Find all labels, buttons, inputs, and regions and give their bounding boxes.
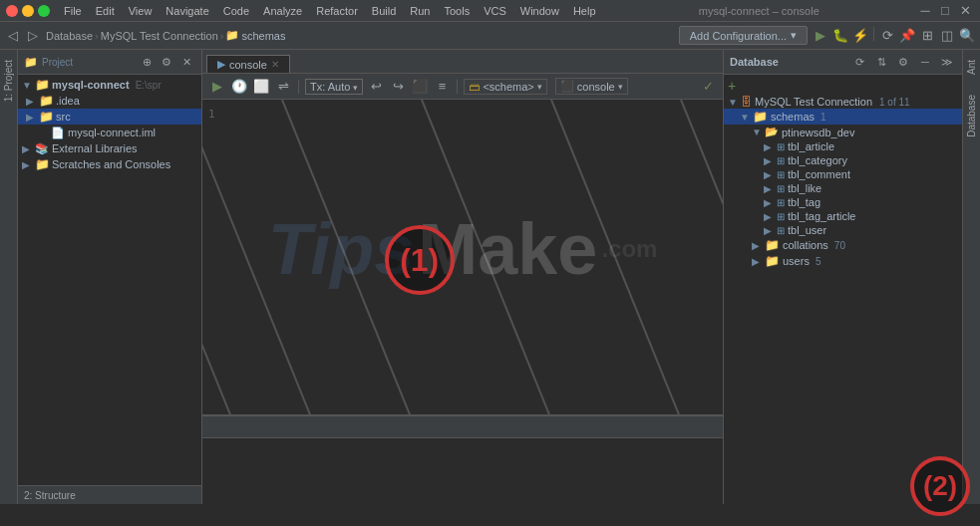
collations-folder-icon: 📁 (765, 238, 780, 252)
db-collations[interactable]: ▶ 📁 collations 70 (724, 237, 962, 253)
tx-redo-icon[interactable]: ↪ (389, 78, 407, 96)
root-path: E:\spr (136, 80, 162, 91)
menu-tools[interactable]: Tools (438, 4, 476, 18)
menu-build[interactable]: Build (366, 4, 402, 18)
users-folder-icon: 📁 (765, 254, 780, 268)
tree-item-scratches[interactable]: ▶ 📁 Scratches and Consoles (18, 156, 201, 172)
tbl-like-label: tbl_like (788, 182, 821, 194)
tx-select[interactable]: Tx: Auto ▾ (305, 79, 363, 95)
menu-edit[interactable]: Edit (90, 4, 121, 18)
iml-label: mysql-connect.iml (68, 127, 156, 138)
db-filter-icon[interactable]: ⇅ (872, 53, 890, 71)
sync-icon[interactable]: ⟳ (878, 27, 896, 45)
close-icon[interactable]: ✕ (956, 2, 974, 20)
db-add-connection[interactable]: + (724, 77, 962, 95)
structure-panel-tab[interactable]: 2: Structure (18, 485, 201, 504)
menu-navigate[interactable]: Navigate (160, 4, 214, 18)
db-close-icon[interactable]: ─ (916, 53, 934, 71)
menu-analyze[interactable]: Analyze (257, 4, 308, 18)
svg-line-4 (681, 100, 723, 414)
debug-icon[interactable]: 🐛 (831, 27, 849, 45)
window-controls[interactable] (6, 5, 50, 17)
run-icons: ▶ 🐛 ⚡ ⟳ 📌 ⊞ ◫ 🔍 (812, 27, 976, 45)
menu-vcs[interactable]: VCS (478, 4, 512, 18)
menu-file[interactable]: File (58, 4, 88, 18)
db-tbl-like[interactable]: ▶ ⊞ tbl_like (724, 181, 962, 195)
db-more-icon[interactable]: ≫ (938, 53, 956, 71)
db-tbl-category[interactable]: ▶ ⊞ tbl_category (724, 153, 962, 167)
pin-icon[interactable]: 📌 (898, 27, 916, 45)
db-connection-item[interactable]: ▼ 🗄 MySQL Test Connection 1 of 11 (724, 95, 962, 109)
db-tbl-user[interactable]: ▶ ⊞ tbl_user (724, 223, 962, 237)
db-tbl-comment[interactable]: ▶ ⊞ tbl_comment (724, 167, 962, 181)
close-panel-icon[interactable]: ✕ (177, 53, 195, 71)
console-tab-close[interactable]: ✕ (271, 59, 279, 70)
tbl-tag-label: tbl_tag (788, 196, 820, 208)
db-users[interactable]: ▶ 📁 users 5 (724, 253, 962, 269)
tree-item-idea[interactable]: ▶ 📁 .idea (18, 93, 201, 109)
console-select[interactable]: ⬛ console ▾ (555, 78, 628, 95)
sidebar-tab-database-right[interactable]: Database (964, 89, 979, 143)
db-panel-title: Database (730, 56, 846, 68)
breadcrumb-schemas[interactable]: schemas (241, 30, 285, 42)
sidebar-tab-project[interactable]: 1: Project (1, 54, 16, 108)
search-icon[interactable]: 🔍 (958, 27, 976, 45)
minimize-icon[interactable]: ─ (916, 2, 934, 20)
menu-refactor[interactable]: Refactor (310, 4, 364, 18)
schema-select[interactable]: 🗃 <schema> ▾ (464, 79, 546, 95)
db-tbl-article[interactable]: ▶ ⊞ tbl_article (724, 139, 962, 153)
run-sql-icon[interactable]: ▶ (208, 78, 226, 96)
history-icon[interactable]: 🕐 (230, 78, 248, 96)
menu-view[interactable]: View (123, 4, 159, 18)
stop-icon[interactable]: ⬜ (252, 78, 270, 96)
nav-icons: ◁ ▷ (4, 27, 42, 45)
close-button[interactable] (6, 5, 18, 17)
tbl-tag-article-label: tbl_tag_article (788, 210, 856, 222)
users-count: 5 (816, 256, 821, 267)
db-schema-ptinews[interactable]: ▼ 📂 ptinewsdb_dev (724, 125, 962, 139)
sidebar-tab-ant[interactable]: Ant (964, 54, 979, 81)
db-settings-icon[interactable]: ⚙ (894, 53, 912, 71)
forward-icon[interactable]: ▷ (24, 27, 42, 45)
schema-icon: 📂 (765, 126, 779, 138)
split-icon[interactable]: ◫ (938, 27, 956, 45)
tree-item-src[interactable]: ▶ 📁 src (18, 109, 201, 125)
menu-code[interactable]: Code (217, 4, 255, 18)
coverage-icon[interactable]: ⚡ (851, 27, 869, 45)
db-tbl-tag[interactable]: ▶ ⊞ tbl_tag (724, 195, 962, 209)
tx-list-icon[interactable]: ≡ (433, 78, 451, 96)
restore-icon[interactable]: □ (936, 2, 954, 20)
menu-window[interactable]: Window (514, 4, 565, 18)
editor-content[interactable]: 1 TipsMake.com (1) (202, 100, 723, 414)
add-configuration-button[interactable]: Add Configuration... ▾ (679, 26, 808, 45)
ptinews-arrow: ▼ (752, 127, 762, 137)
back-icon[interactable]: ◁ (4, 27, 22, 45)
db-schemas[interactable]: ▼ 📁 schemas 1 (724, 109, 962, 125)
users-label: users (783, 255, 810, 267)
tx-undo-icon[interactable]: ↩ (367, 78, 385, 96)
maximize-button[interactable] (38, 5, 50, 17)
settings-icon[interactable]: ⚙ (158, 53, 175, 71)
format-icon[interactable]: ⇌ (274, 78, 292, 96)
connection-count: 1 of 11 (879, 97, 910, 108)
tx-stop-icon[interactable]: ⬛ (411, 78, 429, 96)
breadcrumb-database[interactable]: Database (46, 30, 93, 42)
idea-folder-icon: 📁 (39, 94, 53, 108)
db-refresh-icon[interactable]: ⟳ (850, 53, 868, 71)
menu-run[interactable]: Run (404, 4, 436, 18)
tbl-user-icon: ⊞ (777, 225, 785, 236)
breadcrumb-connection[interactable]: MySQL Test Connection (101, 30, 218, 42)
db-tbl-tag-article[interactable]: ▶ ⊞ tbl_tag_article (724, 209, 962, 223)
menu-help[interactable]: Help (567, 4, 602, 18)
tree-item-iml[interactable]: 📄 mysql-connect.iml (18, 125, 201, 140)
expand-icon[interactable]: ⊕ (138, 53, 156, 71)
tree-item-ext-lib[interactable]: ▶ 📚 External Libraries (18, 140, 201, 156)
left-sidebar: 1: Project (0, 50, 18, 504)
layout-icon[interactable]: ⊞ (918, 27, 936, 45)
project-root[interactable]: ▼ 📁 mysql-connect E:\spr (18, 77, 201, 93)
minimize-button[interactable] (22, 5, 34, 17)
idea-arrow: ▶ (26, 96, 36, 107)
db-panel-header: Database ⟳ ⇅ ⚙ ─ ≫ (724, 50, 962, 75)
tab-console[interactable]: ▶ console ✕ (206, 55, 290, 73)
run-icon[interactable]: ▶ (812, 27, 829, 45)
